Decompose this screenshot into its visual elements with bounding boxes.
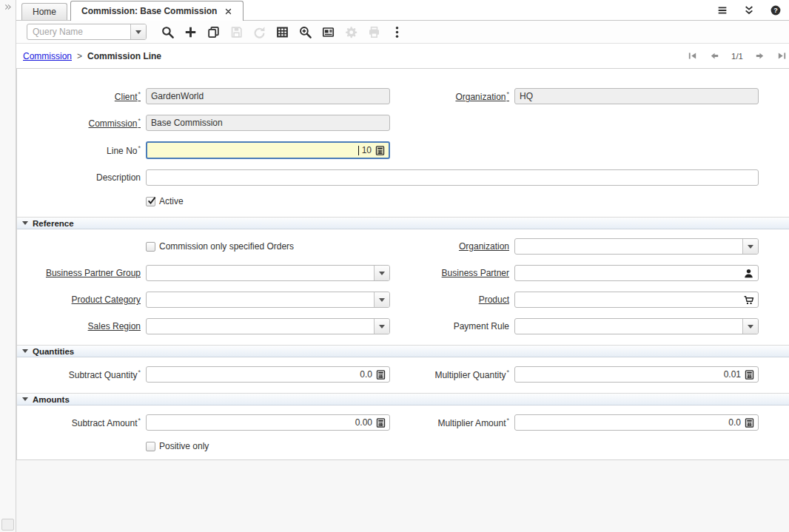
subtract-quantity-field[interactable]: 0.0: [146, 366, 390, 383]
form-row: Sales Region Payment Rule: [17, 318, 789, 334]
positive-only-checkbox[interactable]: Positive only: [146, 441, 390, 451]
last-record-icon[interactable]: [776, 50, 788, 61]
sales-region-label[interactable]: Sales Region: [88, 321, 141, 331]
tab-commission-base-commission[interactable]: Commission: Base Commission: [70, 1, 244, 21]
more-actions-button[interactable]: [388, 23, 406, 41]
checkbox-box: [146, 197, 155, 206]
close-tab-icon[interactable]: [224, 7, 232, 16]
copy-record-button[interactable]: [204, 23, 223, 41]
find-button[interactable]: [158, 23, 177, 41]
calculator-icon[interactable]: [375, 145, 386, 156]
toolbar-buttons: [158, 23, 411, 41]
app-window: Home Commission: Base Commission ?: [0, 0, 789, 532]
active-checkbox[interactable]: Active: [146, 196, 390, 206]
breadcrumb-row: Commission > Commission Line 1/1: [16, 44, 789, 68]
product-field[interactable]: [514, 292, 759, 308]
payment-rule-field[interactable]: [514, 318, 759, 334]
mandatory-indicator: *: [138, 144, 141, 152]
dropdown-button[interactable]: [742, 319, 758, 334]
svg-text:?: ?: [773, 7, 778, 14]
zoom-across-button[interactable]: [296, 23, 315, 41]
business-partner-label[interactable]: Business Partner: [442, 268, 509, 278]
caret-down-icon: [379, 272, 385, 275]
person-icon[interactable]: [743, 268, 754, 279]
tab-home[interactable]: Home: [21, 3, 67, 20]
new-record-button[interactable]: [181, 23, 200, 41]
menu-icon[interactable]: [716, 4, 728, 16]
help-icon[interactable]: ?: [770, 4, 782, 16]
line-no-field[interactable]: 10: [146, 141, 390, 159]
subtract-amount-field[interactable]: 0.00: [146, 414, 390, 431]
collapse-triangle-icon: [22, 397, 28, 401]
active-checkbox-label: Active: [159, 196, 184, 206]
breadcrumb-parent-link[interactable]: Commission: [23, 51, 72, 61]
form-row: Subtract Quantity* 0.0 Multiplier Quanti…: [17, 366, 789, 383]
query-dropdown-button[interactable]: [130, 24, 146, 39]
section-header-reference[interactable]: Reference: [17, 217, 789, 229]
organization-label[interactable]: Organization*: [455, 92, 509, 102]
description-field[interactable]: [146, 169, 759, 186]
client-label[interactable]: Client*: [115, 92, 141, 102]
previous-record-icon[interactable]: [709, 50, 720, 61]
subtract-amount-label: Subtract Amount*: [72, 418, 141, 428]
expand-sidebar-icon[interactable]: [0, 0, 16, 11]
tab-bar: Home Commission: Base Commission ?: [16, 0, 789, 21]
dropdown-button[interactable]: [374, 292, 389, 307]
calculator-icon[interactable]: [744, 369, 755, 380]
collapse-all-icon[interactable]: [743, 4, 755, 16]
main-area: Home Commission: Base Commission ?: [16, 0, 789, 532]
organization-field: HQ: [514, 88, 759, 104]
tab-commission-label: Commission: Base Commission: [81, 6, 217, 16]
commission-label[interactable]: Commission*: [88, 118, 141, 129]
text-caret: [358, 146, 359, 155]
form-row: Line No* 10: [17, 141, 789, 159]
form-row: Business Partner Group Business Partner: [17, 265, 789, 281]
ref-organization-field[interactable]: [514, 238, 759, 255]
mandatory-indicator: *: [506, 417, 509, 424]
ref-organization-label[interactable]: Organization: [459, 241, 509, 252]
checkbox-box: [146, 442, 155, 451]
cart-icon[interactable]: [743, 294, 754, 306]
product-label[interactable]: Product: [479, 294, 509, 305]
section-header-quantities[interactable]: Quantities: [17, 345, 789, 357]
content-area: Client* GardenWorld Organization* HQ Com…: [16, 68, 789, 532]
process-button: [342, 23, 360, 41]
commission-only-label: Commission only specified Orders: [159, 241, 294, 252]
next-record-icon[interactable]: [754, 50, 765, 61]
mandatory-indicator: *: [506, 90, 509, 98]
form-row: Subtract Amount* 0.00 Multiplier Amount*…: [17, 414, 789, 431]
multiplier-quantity-field[interactable]: 0.01: [514, 366, 759, 383]
caret-down-icon: [379, 325, 385, 329]
record-position: 1/1: [731, 52, 743, 61]
commission-only-checkbox[interactable]: Commission only specified Orders: [146, 241, 390, 252]
mandatory-indicator: *: [138, 368, 141, 376]
form-row: Positive only: [17, 441, 789, 451]
toggle-grid-button[interactable]: [273, 23, 292, 41]
multiplier-amount-field[interactable]: 0.0: [514, 414, 759, 431]
undo-button: [250, 23, 269, 41]
business-partner-field[interactable]: [514, 265, 759, 281]
calculator-icon[interactable]: [744, 417, 755, 428]
record-navigation: 1/1: [687, 50, 788, 61]
report-button[interactable]: [319, 23, 338, 41]
mandatory-indicator: *: [506, 368, 509, 376]
form-row: Commission only specified Orders Organiz…: [17, 238, 789, 255]
description-label: Description: [96, 172, 141, 183]
section-header-amounts[interactable]: Amounts: [17, 393, 789, 405]
dropdown-button[interactable]: [742, 239, 758, 254]
first-record-icon[interactable]: [687, 50, 698, 61]
calculator-icon[interactable]: [375, 369, 386, 380]
dropdown-button[interactable]: [374, 266, 389, 280]
tab-home-label: Home: [33, 7, 56, 17]
collapse-triangle-icon: [22, 349, 28, 353]
product-category-label[interactable]: Product Category: [72, 294, 141, 305]
query-name-input[interactable]: [27, 24, 130, 39]
product-category-field[interactable]: [146, 292, 390, 308]
dropdown-button[interactable]: [374, 319, 389, 334]
bp-group-label[interactable]: Business Partner Group: [46, 268, 141, 278]
sales-region-field[interactable]: [146, 318, 390, 334]
caret-down-icon: [135, 30, 141, 34]
line-no-label: Line No*: [107, 146, 141, 156]
bp-group-field[interactable]: [146, 265, 390, 281]
calculator-icon[interactable]: [375, 417, 386, 428]
